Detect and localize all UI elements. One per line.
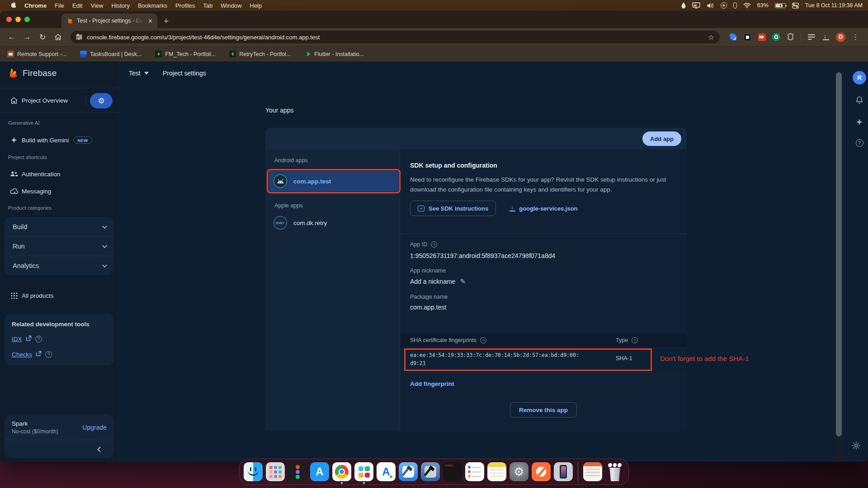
bookmark-flutter[interactable]: Flutter - Installatio...: [304, 51, 364, 57]
menu-history[interactable]: History: [107, 2, 133, 9]
minimize-window-button[interactable]: [15, 17, 21, 22]
dock-trash-icon[interactable]: [605, 462, 624, 481]
menu-window[interactable]: Window: [217, 2, 245, 9]
control-center-icon[interactable]: [792, 3, 799, 9]
reading-list-icon[interactable]: [807, 33, 816, 42]
add-app-button[interactable]: Add app: [642, 131, 681, 146]
remove-app-button[interactable]: Remove this app: [510, 402, 577, 418]
screenshot-extension-icon[interactable]: [743, 33, 752, 42]
dock-reminders-icon[interactable]: [465, 462, 484, 481]
android-app-row-selected[interactable]: com.app.test: [269, 171, 399, 192]
grammarly-extension-icon[interactable]: G: [772, 33, 780, 41]
screen-mirroring-icon[interactable]: [692, 2, 700, 9]
menu-file[interactable]: File: [51, 2, 68, 9]
sha-help-icon[interactable]: ?: [480, 337, 486, 343]
dock-chrome-icon[interactable]: [332, 462, 351, 481]
battery-widget-icon[interactable]: [733, 2, 737, 9]
notifications-bell-icon[interactable]: [855, 96, 864, 105]
account-avatar[interactable]: R: [853, 71, 866, 84]
bookmark-remote-support[interactable]: Remote Support -...: [7, 51, 66, 57]
bookmark-tasksboard[interactable]: TasksBoard | Desk...: [80, 51, 142, 57]
dock-developer-icon[interactable]: A: [377, 462, 396, 481]
see-sdk-instructions-button[interactable]: See SDK instructions: [410, 201, 496, 216]
menu-tab[interactable]: Tab: [199, 2, 217, 9]
new-tab-button[interactable]: +: [164, 14, 169, 28]
sidebar-item-all-products[interactable]: All products: [0, 286, 118, 305]
menu-help[interactable]: Help: [246, 2, 266, 9]
dock-minimized-window[interactable]: [583, 462, 602, 481]
video-speed-extension-icon[interactable]: [758, 33, 766, 42]
reload-button[interactable]: ↻: [36, 31, 49, 43]
theme-brightness-icon[interactable]: [852, 441, 862, 451]
bookmark-star-icon[interactable]: [708, 33, 714, 42]
help-icon[interactable]: ?: [855, 138, 864, 147]
menu-bookmarks[interactable]: Bookmarks: [134, 2, 171, 9]
dock-figma-icon[interactable]: [288, 462, 307, 481]
droplet-status-icon[interactable]: [681, 2, 686, 9]
breadcrumb-page-name[interactable]: Project settings: [163, 70, 206, 77]
scrollbar-track[interactable]: [834, 71, 844, 462]
back-button[interactable]: ←: [5, 31, 18, 43]
dock-xcode-beta-icon[interactable]: [421, 462, 440, 481]
downloads-icon[interactable]: [821, 33, 830, 42]
menu-view[interactable]: View: [86, 2, 107, 9]
bookmark-retrytech[interactable]: RetryTech - Portfol...: [229, 51, 291, 57]
project-settings-gear-button[interactable]: [90, 93, 113, 108]
pen-extension-icon[interactable]: [729, 33, 737, 42]
sidebar-group-analytics[interactable]: Analytics: [5, 256, 114, 275]
now-playing-icon[interactable]: [721, 2, 727, 9]
checks-link[interactable]: Checks: [12, 351, 32, 358]
browser-profile-avatar[interactable]: D: [836, 33, 845, 42]
extensions-puzzle-icon[interactable]: [786, 33, 795, 42]
close-window-button[interactable]: [6, 17, 12, 22]
sidebar-group-run[interactable]: Run: [5, 236, 114, 256]
browser-tab[interactable]: Test - Project settings - Gene ✕: [61, 14, 157, 28]
dock-finder-icon[interactable]: [244, 462, 263, 481]
url-text[interactable]: console.firebase.google.com/u/3/project/…: [87, 34, 703, 41]
edit-nickname-icon[interactable]: [460, 277, 466, 285]
apple-menu-icon[interactable]: [6, 1, 20, 9]
type-help-icon[interactable]: ?: [632, 337, 638, 343]
dock-system-settings-icon[interactable]: [509, 462, 528, 481]
bookmark-fmtech[interactable]: FM_Tech - Portfoli...: [155, 51, 216, 57]
google-services-json-link[interactable]: google-services.json: [509, 205, 577, 212]
sha-fingerprint-row[interactable]: ea:ee:34:54:19:33:33:7c:de:70:14:5b:2d:5…: [400, 347, 687, 371]
tab-close-icon[interactable]: ✕: [147, 18, 154, 24]
add-fingerprint-link[interactable]: Add fingerprint: [410, 380, 454, 387]
collapse-sidebar-button[interactable]: [5, 440, 114, 458]
dock-terminal-icon[interactable]: EXEC: [443, 462, 462, 481]
project-selector[interactable]: Test: [129, 70, 149, 77]
idx-link[interactable]: IDX: [12, 336, 22, 343]
menu-profiles[interactable]: Profiles: [171, 2, 199, 9]
wifi-icon[interactable]: [743, 3, 751, 8]
address-bar[interactable]: console.firebase.google.com/u/3/project/…: [71, 31, 720, 43]
dock-iphone-mirroring-icon[interactable]: [554, 462, 573, 481]
dock-xcode-icon[interactable]: [399, 462, 418, 481]
scrollbar-thumb[interactable]: [836, 72, 842, 436]
menu-edit[interactable]: Edit: [68, 2, 86, 9]
fullscreen-window-button[interactable]: [24, 17, 30, 22]
app-id-help-icon[interactable]: ?: [431, 241, 437, 248]
sidebar-item-authentication[interactable]: Authentication: [0, 165, 118, 183]
assistant-sparkle-icon[interactable]: [855, 117, 864, 127]
idx-help-icon[interactable]: ?: [35, 336, 42, 343]
volume-icon[interactable]: [707, 3, 714, 9]
menu-app-name[interactable]: Chrome: [20, 2, 51, 9]
site-settings-icon[interactable]: [76, 34, 82, 40]
menu-bar-clock[interactable]: Tue 8 Oct 11:19:38 AM: [805, 2, 863, 9]
dock-slack-icon[interactable]: [354, 462, 373, 481]
forward-button[interactable]: →: [21, 31, 33, 43]
sidebar-item-messaging[interactable]: Messaging: [0, 183, 118, 200]
dock-app-store-icon[interactable]: A: [310, 462, 329, 481]
dock-launchpad-icon[interactable]: [266, 462, 285, 481]
firebase-logo[interactable]: Firebase: [8, 67, 57, 79]
sidebar-group-build[interactable]: Build: [5, 217, 114, 236]
sidebar-item-build-with-gemini[interactable]: Build with Gemini NEW: [0, 131, 118, 149]
home-button[interactable]: [52, 31, 64, 43]
apple-app-row[interactable]: iOS+ com.dk.retry: [269, 212, 399, 233]
upgrade-button[interactable]: Upgrade: [82, 424, 107, 431]
dock-notes-icon[interactable]: [487, 462, 506, 481]
chrome-menu-icon[interactable]: [851, 33, 860, 42]
checks-help-icon[interactable]: ?: [45, 351, 52, 358]
dock-postman-icon[interactable]: [532, 462, 551, 481]
